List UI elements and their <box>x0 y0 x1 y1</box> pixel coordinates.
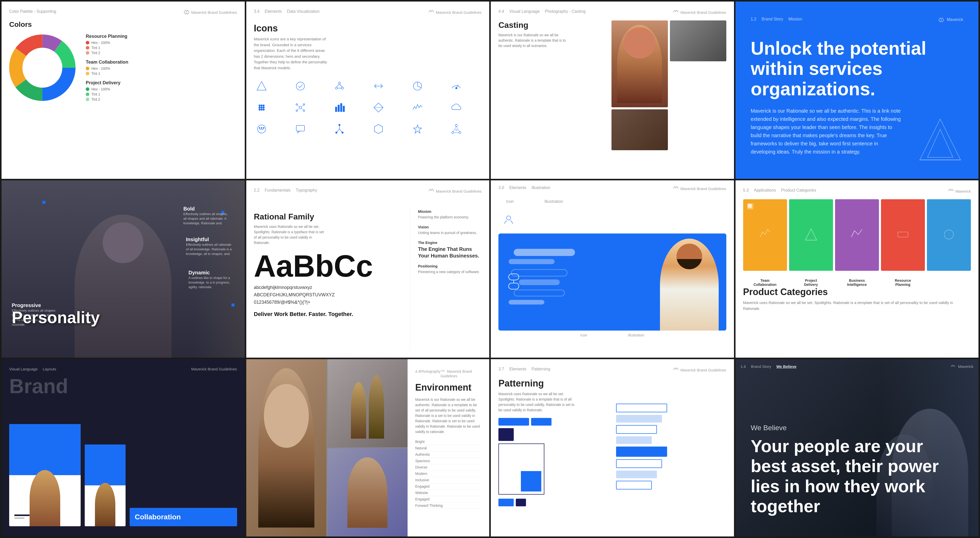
illustration-label-bottom: Illustration <box>628 333 644 337</box>
svg-rect-41 <box>340 104 342 112</box>
layout-card-side-1 <box>85 444 126 526</box>
product-section-title: Product Categories <box>743 287 971 297</box>
svg-point-45 <box>258 125 266 133</box>
casting-desc: Maverick is our Rationale so we all be a… <box>498 32 570 48</box>
product-card-0 <box>743 199 787 271</box>
big-type-sample: AaBbCc <box>254 251 403 281</box>
icon-circle-check <box>293 78 308 94</box>
icon-hexagon <box>371 121 386 137</box>
svg-rect-40 <box>338 105 339 112</box>
env-photo-group <box>328 359 407 447</box>
purpose-positioning: Positioning Pioneering a new category of… <box>418 264 482 275</box>
pattern-block-blue-2 <box>531 418 552 426</box>
icons-desc: Maverick icons are a key representation … <box>254 36 331 71</box>
believe-text: Your people are your best asset, their p… <box>751 436 963 516</box>
illustration-woman <box>660 239 719 330</box>
svg-point-21 <box>259 105 260 106</box>
icon-network2 <box>449 121 464 137</box>
brand-watermark: Brand <box>9 375 68 398</box>
svg-line-37 <box>298 109 299 110</box>
svg-line-69 <box>504 220 507 224</box>
svg-rect-42 <box>343 106 345 112</box>
cell-1-header-left: Color Palette - Supporting <box>9 9 56 15</box>
svg-point-34 <box>303 110 305 112</box>
svg-point-47 <box>261 128 262 128</box>
icons-title: Icons <box>254 23 482 34</box>
pattern-rect-outline <box>498 444 544 495</box>
svg-point-33 <box>296 110 298 112</box>
svg-point-22 <box>261 105 262 106</box>
svg-line-38 <box>302 109 303 110</box>
svg-rect-39 <box>335 107 337 112</box>
color-legend: Resource Planning Hex - 100% Tint 1 Tint… <box>86 34 128 101</box>
cell-2-header: 3.4 Elements Data Visualization Maverick… <box>254 9 482 15</box>
cell-typography: 2.2 Fundamentals Typography Maverick Bra… <box>246 180 490 358</box>
pattern-blue-row <box>616 447 667 457</box>
environment-desc: Maverick is our Rationale so we all be a… <box>415 397 482 434</box>
mission-title: Unlock the potential within services org… <box>751 38 929 99</box>
svg-line-35 <box>298 105 299 107</box>
svg-line-36 <box>302 105 303 107</box>
cell-environment: 4.4 Photography Maverick Brand Guideline… <box>246 359 490 536</box>
svg-point-60 <box>459 132 461 134</box>
purpose-engine: The Engine The Engine That Runs Your Hum… <box>418 241 482 259</box>
font-desc: Maverick uses Rationale so we all be set… <box>254 224 325 246</box>
tagline: Deliver Work Better. Faster. Together. <box>254 311 403 318</box>
casting-photo-woman <box>611 21 668 107</box>
svg-marker-66 <box>928 129 953 157</box>
donut-chart <box>9 35 76 101</box>
env-photo-woman <box>246 359 326 536</box>
cell-patterning: 3.7 Elements Patterning Maverick Brand G… <box>491 359 734 536</box>
cell-we-believe: 1.4 Brand Story We Believe Maverick We B… <box>735 359 979 536</box>
svg-point-20 <box>455 87 457 89</box>
mission-desc: Maverick is our Rationale so we all be a… <box>751 107 904 156</box>
pattern-block-blue-3 <box>498 499 514 506</box>
purpose-vision: Vision Uniting teams in pursuit of great… <box>418 225 482 236</box>
environment-title: Environment <box>415 382 482 393</box>
cell-11-header: 3.7 Elements Patterning Maverick Brand G… <box>498 367 726 373</box>
svg-point-55 <box>336 132 337 133</box>
svg-point-29 <box>263 109 264 110</box>
svg-point-10 <box>335 87 337 89</box>
layout-demo-cards: Collaboration <box>9 424 237 526</box>
casting-layout: Casting Maverick is our Rationale so we … <box>498 21 726 150</box>
svg-point-27 <box>259 109 260 110</box>
cell-icons: 3.4 Elements Data Visualization Maverick… <box>246 2 490 179</box>
cell-4-header: 1.2 Brand Story Mission Maverick <box>751 17 963 23</box>
svg-rect-71 <box>509 274 519 280</box>
chain-icon <box>506 271 522 293</box>
float-bar-5 <box>514 290 565 296</box>
man-figure <box>75 215 172 358</box>
environment-photos <box>246 359 408 536</box>
patterning-title: Patterning <box>498 378 608 389</box>
pattern-outline-3 <box>616 459 662 468</box>
icon-stars <box>410 121 425 137</box>
maverick-logo-mark <box>917 117 963 163</box>
icon-chat <box>293 121 308 137</box>
trait-bold: Bold Effectively outlines all shapes, al… <box>183 206 229 226</box>
icon-circle-dots <box>254 121 269 137</box>
svg-point-30 <box>299 106 302 109</box>
svg-point-23 <box>263 105 264 106</box>
svg-point-9 <box>339 82 340 84</box>
svg-point-48 <box>263 128 264 128</box>
icon-pie <box>410 78 425 94</box>
cell-9-header: Visual Language Layouts Maverick Brand G… <box>9 367 237 371</box>
illustration-main <box>498 233 726 330</box>
float-bar-2 <box>509 259 555 264</box>
svg-point-11 <box>342 87 344 89</box>
environment-list: Bright Natural Authentic Spacious Divers… <box>415 439 482 509</box>
svg-point-6 <box>22 48 62 88</box>
pattern-block-navy <box>498 428 514 441</box>
svg-point-54 <box>339 124 340 126</box>
cell-personality: Personality Traits Maverick Brand Guidel… <box>2 180 245 358</box>
env-photo-person2 <box>328 449 407 536</box>
svg-marker-75 <box>805 229 817 240</box>
svg-marker-7 <box>257 81 266 90</box>
svg-point-58 <box>455 125 457 126</box>
trait-dynamic: Dynamic A outlines like to shape for a k… <box>189 270 234 290</box>
svg-point-77 <box>944 230 953 239</box>
svg-point-31 <box>296 104 298 105</box>
casting-title: Casting <box>498 21 604 30</box>
icons-grid <box>254 78 482 137</box>
